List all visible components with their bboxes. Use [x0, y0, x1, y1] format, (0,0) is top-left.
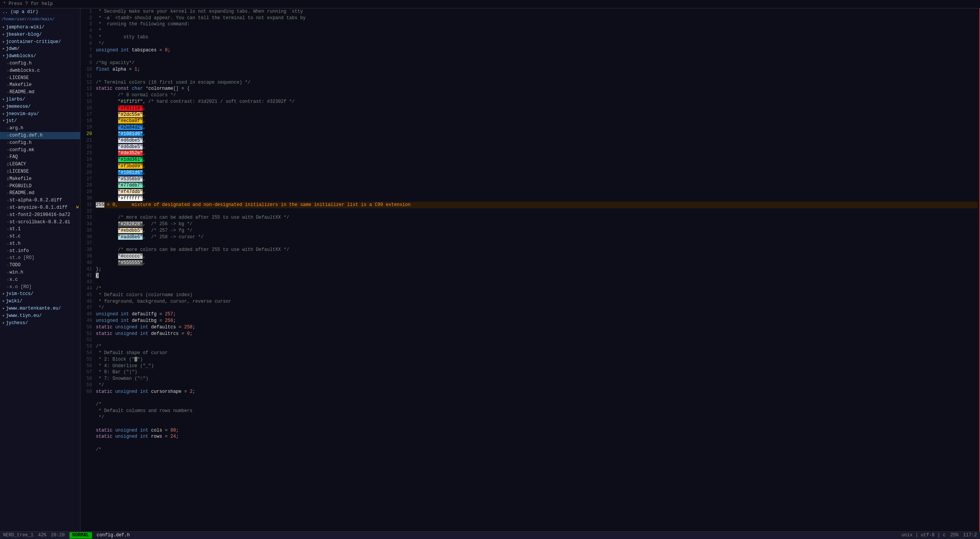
arrow-icon: ▾: [2, 53, 5, 59]
arrow-icon: ▸: [2, 46, 5, 52]
sidebar-item-st1[interactable]: ○ st.1: [0, 226, 80, 233]
sidebar-item-todo[interactable]: ○ TODO: [0, 262, 80, 269]
sidebar-item-dwmblocks-c[interactable]: ○ dwmblocks.c: [0, 67, 80, 74]
file-icon: ○: [7, 285, 9, 289]
status-lineinfo: 20:20: [51, 532, 65, 539]
sidebar-item-makefile-dwm[interactable]: ○ Makefile: [0, 81, 80, 89]
arrow-icon: ▸: [2, 313, 5, 319]
file-icon: ○: [7, 213, 9, 217]
file-icon: ○: [7, 126, 9, 130]
status-filename: config.def.h: [97, 532, 130, 539]
file-icon: ╳: [7, 162, 9, 166]
sidebar-item-sto[interactable]: ○ st.o [RO]: [0, 254, 80, 262]
file-info: unix | utf-8 | c: [901, 532, 945, 539]
file-icon: ○: [7, 141, 9, 145]
arrow-icon: ▸: [2, 305, 5, 312]
sidebar-item-jwww-martenkante[interactable]: ▸ jwww.martenkante.eu/: [0, 305, 80, 312]
sidebar-item-legacy[interactable]: ╳ LEGACY: [0, 161, 80, 168]
sidebar-item-jwiki[interactable]: ▸ jwiki/: [0, 298, 80, 305]
file-icon: ○: [7, 76, 9, 80]
file-icon: ○: [7, 234, 9, 239]
file-icon: ○: [7, 256, 9, 260]
file-icon: ○: [7, 198, 9, 203]
sidebar-item-config-mk[interactable]: ○ config.mk: [0, 147, 80, 154]
file-icon: ○: [7, 220, 9, 224]
file-icon: ○: [7, 227, 9, 231]
sidebar-path: /home/user/code/main/: [0, 16, 80, 24]
status-right: unix | utf-8 | c 25% 117:2: [901, 532, 977, 539]
sidebar-item-config-def-h[interactable]: ○ config.def.h: [0, 132, 80, 139]
right-pos: 117:2: [963, 532, 977, 539]
file-icon: ○: [7, 69, 9, 73]
sidebar-item-sth[interactable]: ○ st.h: [0, 240, 80, 247]
file-icon: ○: [7, 249, 9, 253]
sidebar-item-faq[interactable]: ○ FAQ: [0, 153, 80, 161]
sidebar-item-jlarbs[interactable]: ▸ jlarbs/: [0, 96, 80, 103]
top-bar: * Press ? for help: [0, 0, 980, 8]
sidebar-item-stc[interactable]: ○ st.c: [0, 233, 80, 240]
sidebar-item-xo[interactable]: ○ x.o [RO]: [0, 284, 80, 291]
file-icon: ○: [7, 206, 9, 210]
sidebar-item-jvim-tccs[interactable]: ▸ jvim-tccs/: [0, 290, 80, 298]
sidebar-item-jst[interactable]: ▾ jst/: [0, 117, 80, 125]
arrow-icon: ▸: [2, 291, 5, 297]
arrow-icon: ▸: [2, 24, 5, 31]
sidebar-item-st-font2[interactable]: ○ st-font2-20190416-ba72: [0, 211, 80, 219]
sidebar-item-readme2[interactable]: ○ README.md: [0, 190, 80, 197]
sidebar-item-jychess[interactable]: ▸ jychess/: [0, 320, 80, 327]
arrow-icon: ▸: [2, 96, 5, 103]
sidebar-item-container-critique[interactable]: ▸ jcontainer-critique/: [0, 38, 80, 46]
sidebar-item-stinfo[interactable]: ○ st.info: [0, 247, 80, 255]
file-icon: ○: [7, 155, 9, 159]
sidebar-item-jwww-tiyn[interactable]: ▸ jwww.tiyn.eu/: [0, 312, 80, 320]
line-numbers: 1 2 3 4 5 6 7 8 9 10 11 12 13 14 15 16 1…: [81, 8, 94, 531]
modified-marker: W: [76, 205, 79, 210]
sidebar-item-pkgbuild[interactable]: ○ PKGBUILD: [0, 183, 80, 190]
arrow-icon: ▸: [2, 298, 5, 305]
file-icon: ○: [7, 134, 9, 138]
sidebar-item-jamphora-wiki[interactable]: ▸ jamphora-wiki/: [0, 24, 80, 31]
file-icon: ○: [7, 263, 9, 267]
sidebar-item-jdwm[interactable]: ▸ jdwm/: [0, 45, 80, 53]
file-icon: ○: [7, 184, 9, 188]
sidebar-cwd-label: .. (up a dir): [2, 9, 79, 15]
file-icon: ╳: [7, 177, 9, 181]
sidebar-item-config-h[interactable]: ○ config.h: [0, 60, 80, 67]
arrow-icon: ▸: [2, 111, 5, 117]
sidebar-item-arg-h[interactable]: ○ arg.h: [0, 125, 80, 132]
arrow-icon: ▸: [2, 31, 5, 38]
sidebar-item-readme-dwm[interactable]: ○ README.md: [0, 89, 80, 96]
arrow-icon: ▸: [2, 320, 5, 326]
arrow-icon: ▸: [2, 39, 5, 45]
arrow-icon: ▸: [2, 104, 5, 110]
sidebar-item-xc[interactable]: ○ x.c: [0, 276, 80, 284]
sidebar-item-license-dwm[interactable]: ○ LICENSE: [0, 74, 80, 82]
code-editor[interactable]: * Secondly make sure your kernel is not …: [94, 8, 979, 531]
main-container: .. (up a dir) /home/user/code/main/ ▸ ja…: [0, 8, 980, 531]
editor-area: 1 2 3 4 5 6 7 8 9 10 11 12 13 14 15 16 1…: [81, 8, 980, 531]
file-icon: ○: [7, 61, 9, 66]
file-icon: ○: [7, 270, 9, 275]
arrow-icon: ▾: [2, 118, 5, 124]
sidebar-item-beaker-blog[interactable]: ▸ jbeaker-blog/: [0, 31, 80, 38]
sidebar-item-jdwmblocks[interactable]: ▾ jdwmblocks/: [0, 53, 80, 60]
help-text: * Press ? for help: [3, 1, 53, 7]
sidebar-item-winh[interactable]: ○ win.h: [0, 269, 80, 276]
sidebar-item-st-scrollback[interactable]: ○ st-scrollback-0.8.2.di: [0, 219, 80, 226]
sidebar-item-config-h2[interactable]: ○ config.h: [0, 139, 80, 147]
file-icon: ○: [7, 278, 9, 282]
file-tree[interactable]: .. (up a dir) /home/user/code/main/ ▸ ja…: [0, 8, 81, 531]
right-percent: 25%: [950, 532, 959, 539]
file-icon: ╳: [7, 170, 9, 174]
tree-name: NERD_tree_1: [3, 532, 33, 539]
sidebar-cwd[interactable]: .. (up a dir): [0, 8, 80, 16]
file-icon: ○: [7, 90, 9, 94]
file-icon: ○: [7, 148, 9, 152]
sidebar-item-st-alpha[interactable]: ○ st-alpha-0.8.2.diff: [0, 197, 80, 204]
sidebar-item-license2[interactable]: ╳ LICENSE: [0, 168, 80, 175]
sidebar-item-makefile2[interactable]: ╳ Makefile: [0, 175, 80, 183]
sidebar-item-st-anysize[interactable]: ○ st-anysize-0.8.1.diff W: [0, 204, 80, 211]
file-icon: ○: [7, 191, 9, 195]
sidebar-item-jmemeose[interactable]: ▸ jmemeose/: [0, 103, 80, 110]
sidebar-item-jneovim-ayu[interactable]: ▸ jneovim-ayu/: [0, 110, 80, 118]
